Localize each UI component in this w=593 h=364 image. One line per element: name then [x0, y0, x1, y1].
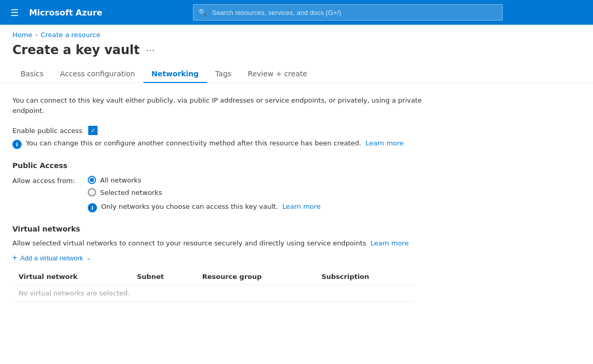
- allow-access-row: Allow access from: All networks Selected…: [12, 176, 452, 212]
- page-title: Create a key vault: [12, 43, 140, 57]
- hamburger-menu[interactable]: ☰: [8, 5, 21, 20]
- table-header: Virtual network Subnet Resource group Su…: [12, 269, 415, 285]
- table-empty-row: No virtual networks are selected.: [12, 285, 415, 302]
- brand-logo: Microsoft Azure: [29, 8, 102, 18]
- col-subscription: Subscription: [315, 269, 415, 285]
- access-note-learn-more[interactable]: Learn more: [282, 203, 320, 210]
- tab-access-configuration[interactable]: Access configuration: [52, 65, 143, 83]
- breadcrumb: Home › Create a resource: [0, 25, 593, 39]
- col-virtual-network: Virtual network: [12, 269, 131, 285]
- breadcrumb-home[interactable]: Home: [12, 31, 32, 39]
- virtual-networks-section: Virtual networks Allow selected virtual …: [12, 225, 452, 302]
- breadcrumb-sep-1: ›: [35, 31, 37, 38]
- chevron-down-icon: ⌄: [86, 255, 91, 261]
- tab-basics[interactable]: Basics: [12, 65, 52, 83]
- intro-message: You can connect to this key vault either…: [12, 95, 452, 115]
- search-input[interactable]: [193, 4, 503, 21]
- access-note-icon: i: [88, 203, 97, 212]
- empty-message: No virtual networks are selected.: [12, 285, 415, 302]
- vnet-description: Allow selected virtual networks to conne…: [12, 239, 452, 247]
- radio-all-networks-label: All networks: [100, 176, 141, 184]
- add-vnet-label: Add a virtual network: [20, 254, 83, 262]
- radio-selected-networks[interactable]: Selected networks: [88, 188, 320, 196]
- col-resource-group: Resource group: [196, 269, 315, 285]
- info-icon: i: [12, 140, 22, 149]
- enable-public-access-row: Enable public access: [12, 126, 452, 135]
- tabs-container: Basics Access configuration Networking T…: [0, 65, 593, 83]
- col-subnet: Subnet: [131, 269, 196, 285]
- table-body: No virtual networks are selected.: [12, 285, 415, 302]
- vnet-section-title: Virtual networks: [12, 225, 452, 233]
- page-title-row: Create a key vault ···: [0, 39, 593, 65]
- plus-icon: +: [12, 253, 17, 262]
- radio-selected-networks-label: Selected networks: [100, 189, 162, 196]
- info-note-text: You can change this or configure another…: [26, 139, 404, 147]
- tab-tags[interactable]: Tags: [207, 65, 239, 83]
- top-navigation: ☰ Microsoft Azure 🔍: [0, 0, 593, 25]
- add-virtual-network-button[interactable]: + Add a virtual network ⌄: [12, 253, 91, 262]
- radio-all-networks[interactable]: All networks: [88, 176, 320, 184]
- search-container: 🔍: [193, 4, 503, 21]
- public-access-section-title: Public Access: [12, 161, 452, 170]
- enable-public-access-label: Enable public access: [12, 127, 82, 135]
- radio-selected-networks-circle: [88, 188, 96, 196]
- page-title-more-button[interactable]: ···: [146, 45, 155, 56]
- vnet-learn-more-link[interactable]: Learn more: [371, 239, 409, 247]
- radio-options: All networks Selected networks i Only ne…: [88, 176, 320, 212]
- allow-access-label: Allow access from:: [12, 176, 79, 185]
- main-content: You can connect to this key vault either…: [0, 83, 464, 314]
- access-note-row: i Only networks you choose can access th…: [88, 203, 320, 212]
- enable-public-access-checkbox[interactable]: [88, 126, 98, 135]
- access-note-text: Only networks you choose can access this…: [101, 203, 320, 210]
- tab-review-create[interactable]: Review + create: [239, 65, 315, 83]
- virtual-networks-table: Virtual network Subnet Resource group Su…: [12, 269, 415, 302]
- info-learn-more-link[interactable]: Learn more: [365, 139, 404, 147]
- tab-networking[interactable]: Networking: [143, 65, 207, 83]
- search-icon: 🔍: [198, 8, 207, 16]
- info-note-row: i You can change this or configure anoth…: [12, 139, 452, 149]
- radio-all-networks-circle: [88, 176, 96, 184]
- breadcrumb-create-resource[interactable]: Create a resource: [41, 31, 101, 39]
